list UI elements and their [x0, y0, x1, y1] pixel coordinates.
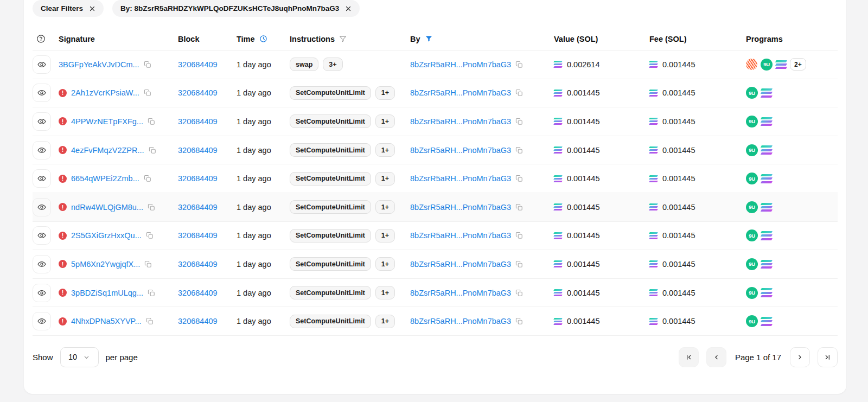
program-9u-icon[interactable]: 9U — [746, 87, 758, 99]
by-address-link[interactable]: 8bZsrR5aRH...PnoMn7baG3 — [410, 174, 511, 183]
by-address-link[interactable]: 8bZsrR5aRH...PnoMn7baG3 — [410, 88, 511, 97]
page-size-select[interactable]: 10 — [60, 347, 99, 367]
solana-program-icon[interactable] — [761, 117, 772, 126]
copy-icon[interactable] — [144, 175, 151, 182]
solana-program-icon[interactable] — [761, 317, 772, 326]
copy-icon[interactable] — [515, 260, 523, 268]
preview-button[interactable] — [33, 284, 51, 302]
by-address-link[interactable]: 8bZsrR5aRH...PnoMn7baG3 — [410, 317, 511, 326]
header-by[interactable]: By — [410, 35, 554, 43]
program-9u-icon[interactable]: 9U — [761, 59, 773, 71]
time-text: 1 day ago — [237, 60, 271, 69]
copy-icon[interactable] — [144, 89, 151, 97]
solana-program-icon[interactable] — [761, 88, 772, 97]
preview-button[interactable] — [33, 84, 51, 102]
by-address-link[interactable]: 8bZsrR5aRH...PnoMn7baG3 — [410, 260, 511, 269]
by-address-link[interactable]: 8bZsrR5aRH...PnoMn7baG3 — [410, 203, 511, 212]
preview-button[interactable] — [33, 198, 51, 216]
by-address-link[interactable]: 8bZsrR5aRH...PnoMn7baG3 — [410, 60, 511, 69]
signature-link[interactable]: 3pBDZiSq1mULqg... — [71, 289, 143, 297]
filter-active-icon[interactable] — [425, 35, 433, 43]
signature-link[interactable]: 4NhxDPNa5XYVP... — [71, 317, 142, 326]
copy-icon[interactable] — [515, 203, 523, 211]
copy-icon[interactable] — [148, 203, 155, 211]
program-9u-icon[interactable]: 9U — [746, 287, 758, 299]
block-link[interactable]: 320684409 — [178, 260, 218, 269]
preview-button[interactable] — [33, 312, 51, 330]
question-icon[interactable] — [36, 34, 46, 43]
copy-icon[interactable] — [144, 260, 152, 268]
close-icon[interactable] — [345, 5, 352, 12]
preview-button[interactable] — [33, 255, 51, 273]
sol-icon — [554, 146, 562, 154]
signature-link[interactable]: ndRw4WLQjGM8u... — [71, 203, 143, 212]
program-striped-icon[interactable] — [746, 59, 757, 70]
signature-link[interactable]: 2S5GXiGrzHxxQu... — [71, 231, 142, 240]
block-link[interactable]: 320684409 — [178, 174, 218, 183]
signature-link[interactable]: 4PPWzNETpFXFg... — [71, 117, 143, 126]
block-link[interactable]: 320684409 — [178, 60, 218, 69]
copy-icon[interactable] — [515, 118, 523, 125]
block-link[interactable]: 320684409 — [178, 231, 218, 240]
copy-icon[interactable] — [146, 317, 154, 325]
copy-icon[interactable] — [515, 89, 523, 97]
clock-icon[interactable] — [259, 35, 267, 43]
by-address-link[interactable]: 8bZsrR5aRH...PnoMn7baG3 — [410, 231, 511, 240]
copy-icon[interactable] — [144, 61, 151, 68]
program-9u-icon[interactable]: 9U — [746, 173, 758, 184]
copy-icon[interactable] — [515, 289, 523, 297]
copy-icon[interactable] — [515, 175, 523, 182]
signature-link[interactable]: 2Ah1zVcrKPsiaW... — [71, 88, 139, 97]
copy-icon[interactable] — [515, 232, 523, 239]
solana-program-icon[interactable] — [761, 260, 772, 269]
copy-icon[interactable] — [149, 146, 156, 154]
clear-filters-button[interactable]: Clear Filters — [33, 0, 104, 17]
preview-button[interactable] — [33, 169, 51, 188]
preview-button[interactable] — [33, 112, 51, 131]
block-link[interactable]: 320684409 — [178, 289, 218, 297]
by-address-link[interactable]: 8bZsrR5aRH...PnoMn7baG3 — [410, 146, 511, 155]
solana-program-icon[interactable] — [761, 288, 772, 297]
filter-icon[interactable] — [339, 35, 347, 43]
preview-button[interactable] — [33, 55, 51, 74]
solana-program-icon[interactable] — [761, 231, 772, 240]
copy-icon[interactable] — [146, 232, 154, 239]
copy-icon[interactable] — [148, 118, 155, 125]
copy-icon[interactable] — [515, 146, 523, 154]
signature-link[interactable]: 3BGFpYeAkVJvDCm... — [59, 60, 139, 69]
block-link[interactable]: 320684409 — [178, 146, 218, 155]
solana-program-icon[interactable] — [761, 145, 772, 154]
copy-icon[interactable] — [515, 61, 523, 68]
prev-page-button[interactable] — [706, 347, 726, 367]
program-9u-icon[interactable]: 9U — [746, 229, 758, 241]
program-9u-icon[interactable]: 9U — [746, 201, 758, 213]
header-instructions[interactable]: Instructions — [290, 35, 410, 43]
by-address-link[interactable]: 8bZsrR5aRH...PnoMn7baG3 — [410, 289, 511, 297]
solana-program-icon[interactable] — [776, 60, 787, 69]
active-filter-chip[interactable]: By: 8bZsrR5aRHDZYkWPLQoDFZUKsHCTeJ8uqhPn… — [112, 0, 360, 17]
program-9u-icon[interactable]: 9U — [746, 258, 758, 270]
program-9u-icon[interactable]: 9U — [746, 315, 758, 327]
next-page-button[interactable] — [790, 347, 810, 367]
last-page-button[interactable] — [818, 347, 838, 367]
copy-icon[interactable] — [515, 317, 523, 325]
solana-program-icon[interactable] — [761, 203, 772, 212]
program-9u-icon[interactable]: 9U — [746, 144, 758, 156]
signature-link[interactable]: 6654qWPEi2Zmb... — [71, 174, 139, 183]
signature-link[interactable]: 5pM6Xn2YwgjqfX... — [71, 260, 140, 269]
program-9u-icon[interactable]: 9U — [746, 116, 758, 127]
header-time[interactable]: Time — [237, 35, 290, 43]
by-cell: 8bZsrR5aRH...PnoMn7baG3 — [410, 317, 554, 326]
solana-program-icon[interactable] — [761, 174, 772, 183]
preview-button[interactable] — [33, 141, 51, 159]
first-page-button[interactable] — [679, 347, 699, 367]
block-link[interactable]: 320684409 — [178, 88, 218, 97]
copy-icon[interactable] — [148, 289, 155, 297]
block-link[interactable]: 320684409 — [178, 203, 218, 212]
signature-link[interactable]: 4ezFvFMqzV2ZPR... — [71, 146, 144, 155]
preview-button[interactable] — [33, 226, 51, 245]
by-address-link[interactable]: 8bZsrR5aRH...PnoMn7baG3 — [410, 117, 511, 126]
block-link[interactable]: 320684409 — [178, 117, 218, 126]
close-icon[interactable] — [89, 5, 95, 12]
block-link[interactable]: 320684409 — [178, 317, 218, 326]
